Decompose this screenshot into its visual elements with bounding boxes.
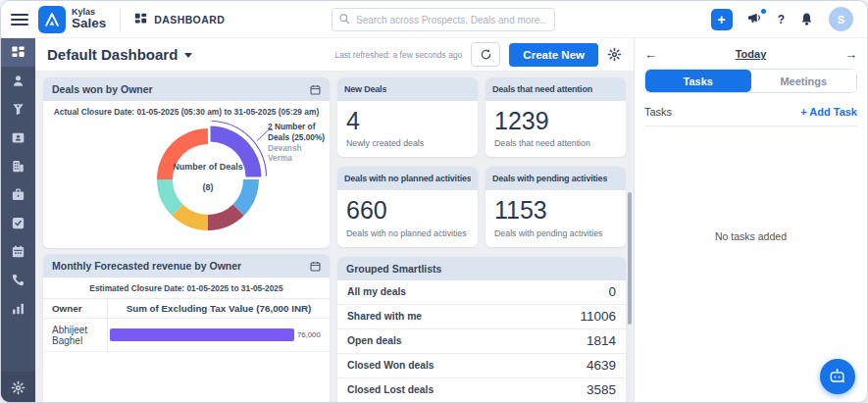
- tasks-section-label: Tasks: [644, 106, 672, 118]
- sidebar-item-calls[interactable]: [1, 266, 35, 294]
- stat-title: New Deals: [344, 84, 386, 94]
- global-search: [332, 8, 555, 31]
- stat-value: 1239: [494, 108, 617, 133]
- topbar: Kylas Sales DASHBOARD +: [1, 1, 867, 38]
- sidebar-item-tasks[interactable]: [1, 209, 35, 237]
- stat-title: Deals that need attention: [492, 84, 592, 94]
- sidebar-item-leads[interactable]: [1, 67, 35, 95]
- sidebar: [1, 38, 35, 403]
- revenue-bar[interactable]: [110, 328, 294, 341]
- create-new-button[interactable]: Create New: [509, 43, 598, 67]
- stat-caption: Deals that need attention: [494, 138, 617, 148]
- chart-subtitle: Actual Closure Date: 01-05-2025 (05:30 a…: [43, 101, 330, 117]
- column-owner: Owner: [43, 303, 107, 314]
- sidebar-item-contacts[interactable]: [1, 124, 35, 152]
- sidebar-item-deals[interactable]: [1, 95, 35, 124]
- card-title: Grouped Smartlists: [346, 263, 441, 275]
- settings-gear-icon: [11, 380, 26, 395]
- next-day-arrow[interactable]: →: [844, 48, 857, 61]
- smartlist-row-shared-with-me[interactable]: Shared with me 11006: [337, 305, 626, 329]
- dashboard-icon: [11, 45, 26, 60]
- add-task-button[interactable]: + Add Task: [800, 106, 857, 118]
- stat-card-need-attention[interactable]: Deals that need attention 1239 Deals tha…: [485, 77, 626, 157]
- app-body: Default Dashboard Last refreshed: a few …: [1, 38, 867, 403]
- smartlist-row-all-my-deals[interactable]: All my deals 0: [337, 280, 626, 305]
- search-input[interactable]: [332, 8, 555, 31]
- donut-annotation: 2 Number of Deals (25.00%) Devansh Verma: [268, 122, 327, 164]
- owner-name: Abhijeet Baghel: [43, 325, 107, 346]
- reports-chart-icon: [11, 301, 26, 316]
- user-avatar[interactable]: S: [829, 7, 853, 31]
- stat-title: Deals with pending activities: [492, 174, 607, 183]
- dashboard-grid-icon: [134, 13, 147, 25]
- meetings-calendar-icon: [11, 244, 26, 259]
- activity-tabs: Tasks Meetings: [644, 69, 857, 93]
- main-scrollbar[interactable]: [628, 192, 632, 325]
- dashboard-selector[interactable]: Default Dashboard: [47, 46, 192, 63]
- tab-tasks[interactable]: Tasks: [645, 70, 751, 92]
- notifications-bell-icon[interactable]: [799, 12, 814, 26]
- gear-icon: [607, 47, 622, 62]
- deals-funnel-icon: [11, 102, 26, 117]
- nav-dashboard-label: DASHBOARD: [154, 14, 225, 25]
- deals-won-by-owner-card: Deals won by Owner Actual Closure Date: …: [43, 77, 330, 248]
- kylas-logo-icon: [42, 10, 62, 29]
- dashboard-title: Default Dashboard: [47, 46, 178, 63]
- calls-phone-icon: [11, 273, 26, 287]
- stat-title: Deals with no planned activities: [344, 174, 471, 183]
- search-icon: [338, 13, 350, 25]
- calendar-filter-icon[interactable]: [310, 261, 321, 272]
- last-refreshed-text: Last refreshed: a few seconds ago: [334, 50, 462, 60]
- calendar-filter-icon[interactable]: [310, 84, 321, 95]
- brand-text: Kylas Sales: [72, 8, 106, 31]
- stat-card-new-deals[interactable]: New Deals 4 Newly created deals: [337, 77, 478, 157]
- announcements-button[interactable]: [747, 11, 763, 28]
- bar-value-label: 76,000: [297, 330, 321, 339]
- contacts-card-icon: [11, 130, 26, 145]
- panel-divider: [644, 126, 857, 126]
- products-briefcase-icon: [11, 187, 26, 202]
- sidebar-item-dashboard[interactable]: [1, 38, 35, 67]
- sidebar-item-meetings[interactable]: [1, 237, 35, 266]
- notification-dot: [761, 9, 766, 14]
- sidebar-item-reports[interactable]: [1, 294, 35, 323]
- table-row: Abhijeet Baghel 76,000: [43, 319, 330, 352]
- tasks-check-icon: [11, 216, 26, 230]
- monthly-forecast-card: Monthly Forecasted revenue by Owner Esti…: [43, 254, 330, 403]
- stat-card-no-planned-activities[interactable]: Deals with no planned activities 660 Dea…: [337, 167, 478, 246]
- stats-grid: New Deals 4 Newly created deals Deals th…: [337, 77, 626, 247]
- prev-day-arrow[interactable]: ←: [644, 48, 657, 61]
- dashboard-settings-button[interactable]: [607, 47, 622, 62]
- stat-caption: Newly created deals: [346, 138, 469, 148]
- empty-state-text: No tasks added: [635, 230, 867, 242]
- sidebar-item-settings[interactable]: [1, 371, 35, 403]
- tab-meetings[interactable]: Meetings: [751, 70, 857, 92]
- dashboard-header: Default Dashboard Last refreshed: a few …: [35, 38, 634, 72]
- refresh-button[interactable]: [471, 42, 500, 67]
- stat-value: 4: [346, 108, 469, 133]
- stat-card-pending-activities[interactable]: Deals with pending activities 1153 Deals…: [485, 167, 626, 246]
- smartlist-row-closed-won[interactable]: Closed Won deals 4639: [337, 354, 626, 378]
- hamburger-menu-icon[interactable]: [11, 14, 28, 25]
- bar-cell: 76,000: [107, 319, 330, 351]
- stat-value: 660: [346, 197, 469, 223]
- companies-building-icon: [11, 159, 26, 174]
- stat-caption: Deals with pending activities: [494, 228, 617, 238]
- table-header: Owner Sum of Excluding Tax Value (76,000…: [43, 298, 330, 319]
- activities-panel: ← Today → Tasks Meetings Tasks + Add Tas…: [634, 38, 867, 403]
- smartlist-row-open-deals[interactable]: Open deals 1814: [337, 329, 626, 354]
- main-content: Default Dashboard Last refreshed: a few …: [35, 38, 634, 403]
- chat-assistant-button[interactable]: [820, 359, 855, 394]
- card-title: Deals won by Owner: [52, 83, 153, 95]
- chart-subtitle: Estimated Closure Date: 01-05-2025 to 31…: [43, 277, 330, 293]
- nav-dashboard[interactable]: DASHBOARD: [134, 13, 225, 25]
- sidebar-item-companies[interactable]: [1, 152, 35, 180]
- kylas-logo[interactable]: [38, 6, 66, 33]
- date-navigator: ← Today →: [644, 46, 857, 62]
- quick-add-button[interactable]: +: [711, 9, 733, 30]
- sidebar-item-products[interactable]: [1, 180, 35, 209]
- smartlist-row-closed-lost[interactable]: Closed Lost deals 3585: [337, 378, 626, 403]
- help-button[interactable]: ?: [778, 13, 785, 26]
- date-label[interactable]: Today: [657, 48, 844, 60]
- card-title: Monthly Forecasted revenue by Owner: [52, 260, 241, 272]
